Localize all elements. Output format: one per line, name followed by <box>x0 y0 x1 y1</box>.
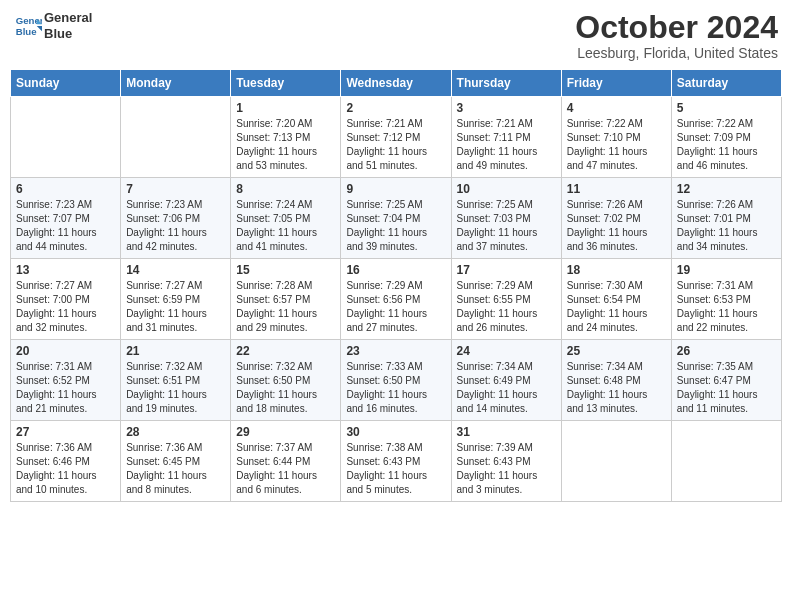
logo-line2: Blue <box>44 26 92 42</box>
day-number: 16 <box>346 263 445 277</box>
day-sun-info: Sunrise: 7:36 AM Sunset: 6:45 PM Dayligh… <box>126 441 225 497</box>
calendar-cell: 23Sunrise: 7:33 AM Sunset: 6:50 PM Dayli… <box>341 340 451 421</box>
day-number: 10 <box>457 182 556 196</box>
day-sun-info: Sunrise: 7:27 AM Sunset: 7:00 PM Dayligh… <box>16 279 115 335</box>
calendar-cell: 12Sunrise: 7:26 AM Sunset: 7:01 PM Dayli… <box>671 178 781 259</box>
calendar-cell: 2Sunrise: 7:21 AM Sunset: 7:12 PM Daylig… <box>341 97 451 178</box>
calendar-cell: 19Sunrise: 7:31 AM Sunset: 6:53 PM Dayli… <box>671 259 781 340</box>
calendar-cell: 9Sunrise: 7:25 AM Sunset: 7:04 PM Daylig… <box>341 178 451 259</box>
calendar-cell: 1Sunrise: 7:20 AM Sunset: 7:13 PM Daylig… <box>231 97 341 178</box>
day-number: 18 <box>567 263 666 277</box>
day-number: 26 <box>677 344 776 358</box>
day-sun-info: Sunrise: 7:33 AM Sunset: 6:50 PM Dayligh… <box>346 360 445 416</box>
calendar-cell <box>561 421 671 502</box>
day-number: 25 <box>567 344 666 358</box>
day-sun-info: Sunrise: 7:37 AM Sunset: 6:44 PM Dayligh… <box>236 441 335 497</box>
logo-line1: General <box>44 10 92 26</box>
day-sun-info: Sunrise: 7:23 AM Sunset: 7:06 PM Dayligh… <box>126 198 225 254</box>
logo: General Blue General Blue <box>14 10 92 41</box>
day-sun-info: Sunrise: 7:29 AM Sunset: 6:55 PM Dayligh… <box>457 279 556 335</box>
day-number: 14 <box>126 263 225 277</box>
day-sun-info: Sunrise: 7:24 AM Sunset: 7:05 PM Dayligh… <box>236 198 335 254</box>
calendar-cell: 24Sunrise: 7:34 AM Sunset: 6:49 PM Dayli… <box>451 340 561 421</box>
calendar-week-row: 13Sunrise: 7:27 AM Sunset: 7:00 PM Dayli… <box>11 259 782 340</box>
calendar-cell: 17Sunrise: 7:29 AM Sunset: 6:55 PM Dayli… <box>451 259 561 340</box>
day-sun-info: Sunrise: 7:35 AM Sunset: 6:47 PM Dayligh… <box>677 360 776 416</box>
day-number: 21 <box>126 344 225 358</box>
day-sun-info: Sunrise: 7:30 AM Sunset: 6:54 PM Dayligh… <box>567 279 666 335</box>
calendar-week-row: 27Sunrise: 7:36 AM Sunset: 6:46 PM Dayli… <box>11 421 782 502</box>
day-number: 4 <box>567 101 666 115</box>
day-sun-info: Sunrise: 7:39 AM Sunset: 6:43 PM Dayligh… <box>457 441 556 497</box>
day-number: 13 <box>16 263 115 277</box>
calendar-cell: 8Sunrise: 7:24 AM Sunset: 7:05 PM Daylig… <box>231 178 341 259</box>
day-sun-info: Sunrise: 7:25 AM Sunset: 7:03 PM Dayligh… <box>457 198 556 254</box>
day-number: 15 <box>236 263 335 277</box>
calendar-cell: 28Sunrise: 7:36 AM Sunset: 6:45 PM Dayli… <box>121 421 231 502</box>
day-number: 11 <box>567 182 666 196</box>
day-number: 8 <box>236 182 335 196</box>
calendar-cell: 11Sunrise: 7:26 AM Sunset: 7:02 PM Dayli… <box>561 178 671 259</box>
day-sun-info: Sunrise: 7:25 AM Sunset: 7:04 PM Dayligh… <box>346 198 445 254</box>
calendar-cell: 13Sunrise: 7:27 AM Sunset: 7:00 PM Dayli… <box>11 259 121 340</box>
day-sun-info: Sunrise: 7:29 AM Sunset: 6:56 PM Dayligh… <box>346 279 445 335</box>
day-sun-info: Sunrise: 7:34 AM Sunset: 6:49 PM Dayligh… <box>457 360 556 416</box>
day-number: 30 <box>346 425 445 439</box>
calendar-cell: 31Sunrise: 7:39 AM Sunset: 6:43 PM Dayli… <box>451 421 561 502</box>
day-number: 29 <box>236 425 335 439</box>
calendar-cell: 30Sunrise: 7:38 AM Sunset: 6:43 PM Dayli… <box>341 421 451 502</box>
calendar-cell: 21Sunrise: 7:32 AM Sunset: 6:51 PM Dayli… <box>121 340 231 421</box>
day-header-friday: Friday <box>561 70 671 97</box>
day-sun-info: Sunrise: 7:34 AM Sunset: 6:48 PM Dayligh… <box>567 360 666 416</box>
location-subtitle: Leesburg, Florida, United States <box>575 45 778 61</box>
day-sun-info: Sunrise: 7:20 AM Sunset: 7:13 PM Dayligh… <box>236 117 335 173</box>
day-sun-info: Sunrise: 7:23 AM Sunset: 7:07 PM Dayligh… <box>16 198 115 254</box>
calendar-cell: 16Sunrise: 7:29 AM Sunset: 6:56 PM Dayli… <box>341 259 451 340</box>
day-number: 24 <box>457 344 556 358</box>
calendar-week-row: 6Sunrise: 7:23 AM Sunset: 7:07 PM Daylig… <box>11 178 782 259</box>
title-block: October 2024 Leesburg, Florida, United S… <box>575 10 778 61</box>
svg-marker-3 <box>37 26 42 31</box>
day-sun-info: Sunrise: 7:22 AM Sunset: 7:09 PM Dayligh… <box>677 117 776 173</box>
day-sun-info: Sunrise: 7:28 AM Sunset: 6:57 PM Dayligh… <box>236 279 335 335</box>
calendar-cell: 18Sunrise: 7:30 AM Sunset: 6:54 PM Dayli… <box>561 259 671 340</box>
day-number: 28 <box>126 425 225 439</box>
calendar-cell: 26Sunrise: 7:35 AM Sunset: 6:47 PM Dayli… <box>671 340 781 421</box>
calendar-cell: 29Sunrise: 7:37 AM Sunset: 6:44 PM Dayli… <box>231 421 341 502</box>
day-sun-info: Sunrise: 7:21 AM Sunset: 7:11 PM Dayligh… <box>457 117 556 173</box>
calendar-cell <box>11 97 121 178</box>
calendar-cell <box>121 97 231 178</box>
calendar-cell: 6Sunrise: 7:23 AM Sunset: 7:07 PM Daylig… <box>11 178 121 259</box>
calendar-table: SundayMondayTuesdayWednesdayThursdayFrid… <box>10 69 782 502</box>
day-header-saturday: Saturday <box>671 70 781 97</box>
calendar-cell: 10Sunrise: 7:25 AM Sunset: 7:03 PM Dayli… <box>451 178 561 259</box>
calendar-week-row: 1Sunrise: 7:20 AM Sunset: 7:13 PM Daylig… <box>11 97 782 178</box>
svg-text:Blue: Blue <box>16 25 37 36</box>
calendar-cell: 7Sunrise: 7:23 AM Sunset: 7:06 PM Daylig… <box>121 178 231 259</box>
calendar-cell: 4Sunrise: 7:22 AM Sunset: 7:10 PM Daylig… <box>561 97 671 178</box>
day-number: 1 <box>236 101 335 115</box>
day-number: 23 <box>346 344 445 358</box>
day-sun-info: Sunrise: 7:32 AM Sunset: 6:50 PM Dayligh… <box>236 360 335 416</box>
day-header-thursday: Thursday <box>451 70 561 97</box>
day-sun-info: Sunrise: 7:22 AM Sunset: 7:10 PM Dayligh… <box>567 117 666 173</box>
calendar-cell <box>671 421 781 502</box>
calendar-cell: 14Sunrise: 7:27 AM Sunset: 6:59 PM Dayli… <box>121 259 231 340</box>
calendar-cell: 5Sunrise: 7:22 AM Sunset: 7:09 PM Daylig… <box>671 97 781 178</box>
day-sun-info: Sunrise: 7:38 AM Sunset: 6:43 PM Dayligh… <box>346 441 445 497</box>
day-number: 6 <box>16 182 115 196</box>
day-header-wednesday: Wednesday <box>341 70 451 97</box>
day-number: 5 <box>677 101 776 115</box>
day-number: 20 <box>16 344 115 358</box>
day-number: 17 <box>457 263 556 277</box>
calendar-cell: 3Sunrise: 7:21 AM Sunset: 7:11 PM Daylig… <box>451 97 561 178</box>
day-sun-info: Sunrise: 7:31 AM Sunset: 6:52 PM Dayligh… <box>16 360 115 416</box>
page-header: General Blue General Blue October 2024 L… <box>10 10 782 61</box>
day-sun-info: Sunrise: 7:27 AM Sunset: 6:59 PM Dayligh… <box>126 279 225 335</box>
day-header-sunday: Sunday <box>11 70 121 97</box>
month-title: October 2024 <box>575 10 778 45</box>
day-sun-info: Sunrise: 7:32 AM Sunset: 6:51 PM Dayligh… <box>126 360 225 416</box>
calendar-week-row: 20Sunrise: 7:31 AM Sunset: 6:52 PM Dayli… <box>11 340 782 421</box>
day-number: 22 <box>236 344 335 358</box>
calendar-body: 1Sunrise: 7:20 AM Sunset: 7:13 PM Daylig… <box>11 97 782 502</box>
